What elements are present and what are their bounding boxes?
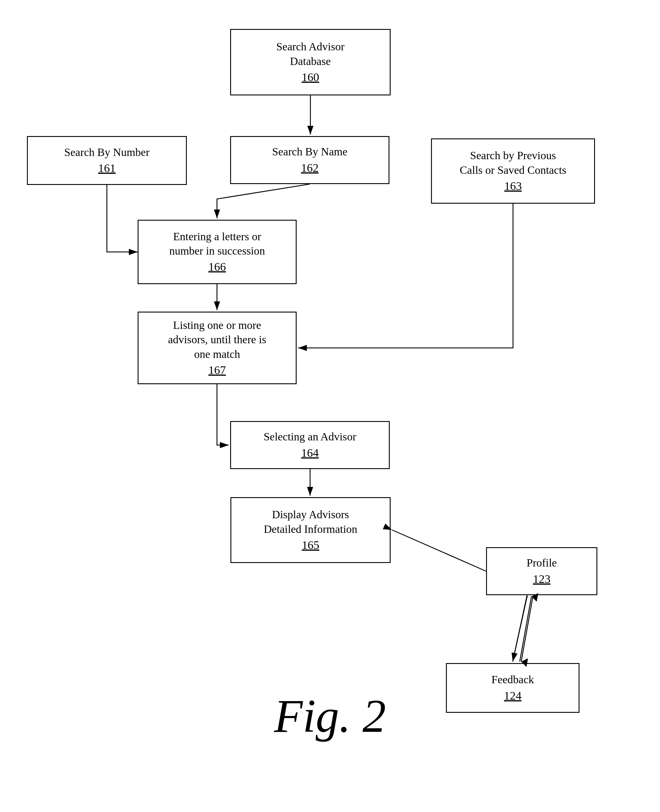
box-search-by-previous-ref: 163 bbox=[504, 179, 522, 194]
box-search-by-name: Search By Name 162 bbox=[230, 136, 389, 184]
box-search-by-name-ref: 162 bbox=[301, 160, 319, 176]
box-search-advisor: Search AdvisorDatabase 160 bbox=[230, 29, 390, 95]
box-listing-advisors-ref: 167 bbox=[208, 362, 226, 378]
double-arrow-svg bbox=[0, 0, 660, 761]
box-selecting-advisor-label: Selecting an Advisor bbox=[263, 429, 356, 444]
box-profile: Profile 123 bbox=[486, 547, 597, 595]
box-display-advisors-ref: 165 bbox=[302, 538, 319, 553]
box-search-by-previous: Search by PreviousCalls or Saved Contact… bbox=[431, 138, 595, 204]
box-search-advisor-label: Search AdvisorDatabase bbox=[276, 40, 344, 68]
box-profile-label: Profile bbox=[527, 556, 557, 570]
box-search-advisor-ref: 160 bbox=[301, 70, 319, 85]
box-listing-advisors: Listing one or moreadvisors, until there… bbox=[138, 312, 297, 384]
arrows-svg bbox=[0, 0, 660, 761]
box-search-by-number-label: Search By Number bbox=[64, 145, 149, 160]
box-display-advisors: Display AdvisorsDetailed Information 165 bbox=[230, 497, 390, 563]
box-feedback: Feedback 124 bbox=[446, 663, 579, 713]
box-search-by-number-ref: 161 bbox=[98, 161, 116, 176]
box-search-by-name-label: Search By Name bbox=[272, 144, 347, 159]
svg-marker-8 bbox=[526, 595, 528, 597]
box-entering-letters-ref: 166 bbox=[208, 259, 226, 274]
box-entering-letters: Entering a letters ornumber in successio… bbox=[138, 220, 297, 284]
box-display-advisors-label: Display AdvisorsDetailed Information bbox=[264, 507, 357, 537]
box-entering-letters-label: Entering a letters ornumber in successio… bbox=[169, 230, 265, 258]
fig-label: Fig. 2 bbox=[274, 689, 386, 743]
svg-line-7 bbox=[513, 597, 527, 662]
box-search-by-previous-label: Search by PreviousCalls or Saved Contact… bbox=[460, 148, 566, 177]
diagram-container: Search AdvisorDatabase 160 Search By Num… bbox=[0, 0, 660, 761]
box-listing-advisors-label: Listing one or moreadvisors, until there… bbox=[168, 318, 267, 361]
svg-line-12 bbox=[520, 596, 531, 662]
box-selecting-advisor-ref: 164 bbox=[301, 445, 319, 461]
box-profile-ref: 123 bbox=[533, 571, 551, 587]
svg-line-11 bbox=[521, 596, 533, 662]
box-search-by-number: Search By Number 161 bbox=[27, 136, 187, 185]
box-feedback-label: Feedback bbox=[491, 673, 534, 687]
svg-line-6 bbox=[513, 595, 527, 662]
box-feedback-ref: 124 bbox=[504, 688, 522, 703]
box-selecting-advisor: Selecting an Advisor 164 bbox=[230, 421, 390, 469]
